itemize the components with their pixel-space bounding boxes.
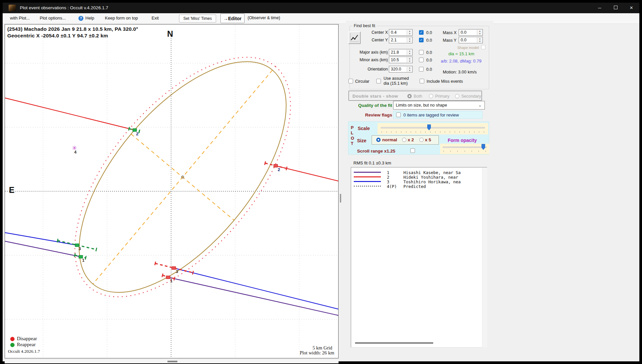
station-number: 2: [387, 175, 390, 180]
orientation-lock-checkbox[interactable]: [419, 67, 424, 71]
size-x5-label[interactable]: x 5: [425, 137, 431, 142]
double-stars-secondary-label: Secondary: [461, 94, 481, 99]
menu-exit[interactable]: Exit: [152, 16, 159, 21]
menu-plot-options[interactable]: Plot options...: [40, 16, 66, 21]
splitter-handle[interactable]: [340, 194, 341, 203]
center-y-lock-checkbox[interactable]: ✓: [419, 38, 424, 42]
orientation-field[interactable]: 320.0 ▲▼: [389, 66, 413, 72]
minimize-button[interactable]: [592, 3, 608, 13]
center-y-spinner[interactable]: ▲▼: [407, 37, 412, 43]
window-title: Plot event observations : Occult v.4.202…: [20, 5, 108, 10]
major-axis-label: Major axis (km): [352, 50, 388, 55]
menu-keep-on-top[interactable]: Keep form on top: [105, 16, 138, 21]
mass-x-field[interactable]: 0.0 ▲▼: [459, 29, 483, 36]
opacity-slider-ticks: [443, 151, 486, 152]
observer-time-label[interactable]: {Observer & time}: [248, 16, 280, 20]
circular-checkbox[interactable]: [348, 79, 353, 83]
station-name: Toshihiro Horikawa, nea: [403, 179, 461, 184]
legend-row[interactable]: 3Toshihiro Horikawa, nea: [351, 179, 487, 184]
plot-width-label: Plot width: 26 km: [300, 350, 334, 356]
scale-slider[interactable]: [378, 123, 488, 134]
error-bar-cap: [155, 262, 156, 265]
legend-row[interactable]: 2Hideki Yoshihara, near: [351, 175, 487, 179]
fit-graph-button[interactable]: [348, 31, 361, 44]
editor-button[interactable]: →Editor: [220, 14, 245, 23]
set-miss-times-button[interactable]: Set 'Miss' Times: [179, 15, 216, 23]
maximize-icon: [614, 6, 618, 9]
legend-row[interactable]: 1Hisashi Kasebe, near Sa: [351, 170, 487, 175]
center-x-label: Center X: [361, 30, 388, 35]
plot-canvas[interactable]: 223311✳4 (2543) Machado 2026 Jan 9 21.8 …: [5, 24, 339, 358]
legend-row[interactable]: 4(P)Predicted: [351, 184, 487, 189]
maximize-button[interactable]: [608, 3, 623, 13]
listbox-hscrollbar-thumb[interactable]: [355, 342, 433, 344]
size-normal-label[interactable]: normal: [382, 137, 397, 142]
motion-label: Motion: 3.00 km/s: [443, 69, 477, 74]
mass-y-label: Mass Y: [443, 38, 456, 43]
double-stars-group: Double stars - show Both Primary Seconda…: [348, 91, 482, 101]
orientation-spinner[interactable]: ▲▼: [407, 67, 412, 72]
size-x2-label[interactable]: x 2: [408, 137, 414, 142]
horizontal-scrollbar[interactable]: [5, 359, 339, 363]
mass-y-field[interactable]: 0.0 ▲▼: [459, 37, 483, 43]
chord-number-label: 1: [82, 258, 85, 263]
center-x-spinner[interactable]: ▲▼: [407, 30, 412, 35]
stations-listbox[interactable]: 1Hisashi Kasebe, near Sa2Hideki Yoshihar…: [351, 167, 487, 347]
minor-axis-lock-checkbox[interactable]: [419, 58, 424, 62]
close-button[interactable]: ✕: [623, 3, 639, 13]
title-bar: Plot event observations : Occult v.4.202…: [3, 3, 639, 13]
menu-with-plot[interactable]: with Plot...: [10, 16, 30, 21]
center-x-lock-value: 0.0: [426, 30, 432, 35]
listbox-vscrollbar[interactable]: [482, 168, 487, 347]
dia-label: dia = 15.1 km: [448, 51, 474, 56]
orientation-lock-value: 0.0: [426, 67, 432, 72]
reappear-label: Reappear: [17, 342, 36, 347]
center-x-field[interactable]: 0.4 ▲▼: [389, 29, 413, 36]
use-assumed-checkbox[interactable]: [376, 79, 381, 83]
quality-dropdown[interactable]: Limits on size, but no shape ⌄: [393, 101, 485, 110]
opacity-slider-thumb[interactable]: [482, 144, 485, 150]
include-miss-checkbox[interactable]: [420, 79, 424, 83]
chord-number-label: 2: [136, 131, 139, 136]
menu-help[interactable]: Help: [85, 16, 94, 21]
rms-fit-label: RMS fit 0.1 ±0.3 km: [353, 160, 391, 165]
scroll-range-checkbox[interactable]: [410, 148, 415, 153]
predicted-number-label: 4: [74, 150, 77, 155]
opacity-slider-track[interactable]: [443, 147, 486, 148]
size-x2-radio[interactable]: [402, 138, 406, 142]
size-normal-radio[interactable]: [376, 138, 381, 142]
mass-x-spinner[interactable]: ▲▼: [477, 30, 482, 35]
center-y-field[interactable]: 2.1 ▲▼: [389, 37, 413, 43]
control-panel: Find best fit Center X 0.4 ▲▼ ✓ 0.0 Mass…: [346, 21, 493, 358]
chord-number-label: 2: [278, 167, 280, 172]
center-x-lock-checkbox[interactable]: ✓: [419, 30, 424, 35]
chevron-down-icon: ⌄: [478, 103, 482, 108]
error-bar-cap: [96, 248, 97, 251]
error-bar-cap: [162, 274, 163, 277]
form-opacity-label: Form opacity: [448, 138, 477, 143]
mass-x-label: Mass X: [443, 30, 457, 35]
help-icon: ?: [78, 16, 83, 21]
review-flags-checkbox[interactable]: [396, 113, 401, 117]
minor-axis-lock-value: 0.0: [426, 58, 432, 63]
occult-version-label: Occult 4.2026.1.7: [8, 349, 40, 354]
north-label: N: [167, 29, 173, 39]
opacity-slider[interactable]: [440, 144, 489, 154]
mass-y-spinner[interactable]: ▲▼: [477, 37, 482, 43]
horizontal-scrollbar-thumb[interactable]: [167, 361, 177, 362]
plot-title-line1: (2543) Machado 2026 Jan 9 21.8 x 10.5 km…: [7, 26, 138, 32]
double-stars-primary-label: Primary: [435, 94, 449, 99]
scale-slider-track[interactable]: [381, 127, 485, 128]
find-best-fit-label: Find best fit: [352, 23, 377, 28]
major-axis-spinner[interactable]: ▲▼: [407, 50, 412, 55]
minor-axis-spinner[interactable]: ▲▼: [407, 57, 412, 63]
error-bar-cap: [286, 167, 287, 170]
major-axis-lock-checkbox[interactable]: [419, 50, 424, 55]
occultation-plot: 223311✳4: [5, 24, 338, 358]
minor-axis-value: 10.5: [391, 58, 399, 62]
major-axis-field[interactable]: 21.8 ▲▼: [389, 49, 413, 56]
minor-axis-field[interactable]: 10.5 ▲▼: [389, 57, 413, 63]
scale-slider-thumb[interactable]: [427, 124, 431, 130]
east-label: E: [9, 185, 15, 195]
size-x5-radio[interactable]: [419, 138, 424, 142]
